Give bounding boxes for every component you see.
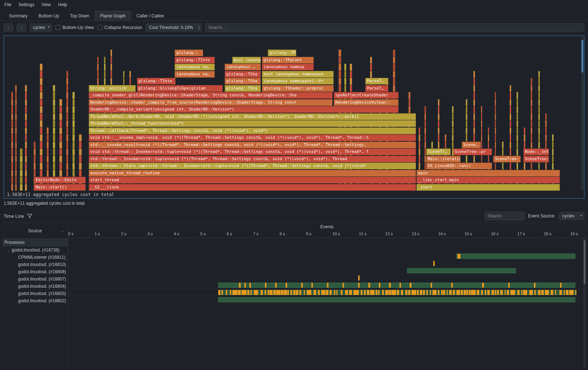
flame-frame[interactable]	[59, 156, 62, 163]
flame-frame[interactable]	[452, 113, 454, 120]
flame-frame[interactable]	[495, 92, 497, 99]
process-row[interactable]: CPMMListener (#16811)	[2, 254, 68, 261]
flame-frame[interactable]	[495, 149, 497, 155]
flame-frame[interactable]	[495, 128, 497, 134]
flame-frame[interactable]: std::thread::_Invoker<std::tuple<void (*…	[89, 156, 416, 162]
flame-frame[interactable]	[488, 142, 490, 149]
flame-frame[interactable]	[517, 99, 518, 106]
flame-frame[interactable]	[15, 113, 17, 120]
flame-frame[interactable]: void std::thread::_Invoker<std::tuple<vo…	[89, 149, 416, 155]
flame-frame[interactable]	[25, 134, 27, 141]
flame-frame[interactable]	[66, 113, 69, 120]
flame-frame[interactable]	[419, 134, 421, 141]
flame-frame[interactable]	[129, 78, 131, 85]
flame-frame[interactable]	[73, 142, 75, 149]
flame-frame[interactable]	[495, 99, 497, 106]
flame-frame[interactable]: glslang::TP	[268, 50, 297, 56]
flame-frame[interactable]	[129, 71, 131, 78]
flame-frame[interactable]	[517, 113, 518, 120]
flame-frame[interactable]	[473, 156, 475, 163]
flame-frame[interactable]	[66, 71, 69, 78]
flame-frame[interactable]	[66, 78, 69, 85]
flame-frame[interactable]	[538, 71, 540, 78]
flame-frame[interactable]	[53, 113, 55, 120]
flame-frame[interactable]	[425, 106, 426, 113]
flame-frame[interactable]	[15, 170, 17, 177]
flame-frame[interactable]	[15, 106, 17, 113]
timeline-track[interactable]	[68, 253, 586, 260]
flame-frame[interactable]	[53, 99, 55, 106]
flame-frame[interactable]: _compile_shader_glsl(RenderingDevice::Sh…	[89, 92, 333, 99]
flame-frame[interactable]	[59, 163, 62, 170]
filter-icon[interactable]	[27, 213, 32, 219]
flame-frame[interactable]	[524, 128, 526, 134]
flame-frame[interactable]: (anonymous …	[225, 64, 261, 70]
flame-search-input[interactable]: Search...	[205, 23, 584, 32]
flame-frame[interactable]	[524, 134, 526, 141]
flame-frame[interactable]	[552, 142, 554, 149]
flame-frame[interactable]: Node::_set	[523, 149, 549, 155]
flame-frame[interactable]	[20, 156, 23, 163]
flame-frame[interactable]	[531, 106, 533, 113]
flame-frame[interactable]	[79, 134, 82, 141]
flame-frame[interactable]	[40, 170, 43, 177]
flame-frame[interactable]: void std::__invoke_impl<void, void (*)(T…	[89, 134, 416, 141]
flame-frame[interactable]	[53, 92, 55, 99]
flame-frame[interactable]	[104, 71, 106, 78]
flame-frame[interactable]: __GI___clone	[89, 184, 416, 191]
timeline-scrollbar[interactable]	[583, 239, 586, 368]
timeline-canvas[interactable]: Events 0 s1 s2 s3 s4 s5 s6 s7 s8 s9 s10 …	[68, 223, 586, 368]
tab-summary[interactable]: Summary	[4, 11, 33, 21]
flame-frame[interactable]: EditorNode::Edito	[34, 177, 86, 183]
flame-frame[interactable]	[517, 149, 518, 155]
flame-frame[interactable]	[97, 71, 99, 78]
flame-frame[interactable]	[393, 85, 395, 92]
flame-frame[interactable]	[517, 92, 518, 99]
flame-frame[interactable]: std::thread::_State_impl<std::thread::_I…	[89, 163, 416, 169]
flame-frame[interactable]	[531, 99, 533, 106]
flame-frame[interactable]	[481, 113, 483, 120]
flame-frame[interactable]	[66, 170, 69, 177]
flame-frame[interactable]	[545, 134, 547, 141]
flame-frame[interactable]	[20, 163, 23, 170]
flame-frame[interactable]	[25, 142, 27, 149]
flame-frame[interactable]	[419, 142, 421, 149]
flame-frame[interactable]	[393, 57, 395, 64]
flame-frame[interactable]	[73, 170, 75, 177]
flame-frame[interactable]	[59, 106, 62, 113]
flame-frame[interactable]	[538, 142, 540, 149]
tab-top-down[interactable]: Top Down	[65, 11, 95, 21]
flame-frame[interactable]: glslang::	[175, 50, 203, 56]
flame-frame[interactable]	[47, 149, 49, 155]
flame-frame[interactable]	[11, 128, 13, 134]
timeline-track[interactable]	[68, 296, 586, 303]
flame-frame[interactable]	[53, 163, 55, 170]
flame-frame[interactable]	[350, 78, 352, 85]
flame-frame[interactable]	[425, 134, 426, 141]
flame-frame[interactable]	[538, 78, 540, 85]
flame-frame[interactable]	[488, 134, 490, 141]
flame-frame[interactable]	[538, 92, 540, 99]
flame-frame[interactable]	[34, 163, 36, 170]
flame-frame[interactable]	[66, 120, 69, 127]
flame-frame[interactable]	[79, 170, 82, 177]
flame-frame[interactable]: RenderingDevice::shader_compile_from_sou…	[89, 99, 333, 106]
flame-frame[interactable]	[11, 113, 13, 120]
flame-frame[interactable]	[438, 106, 440, 113]
flame-frame[interactable]	[66, 149, 69, 155]
flame-frame[interactable]	[79, 142, 82, 149]
flame-frame[interactable]	[531, 128, 533, 134]
flame-frame[interactable]	[488, 128, 490, 134]
flame-frame[interactable]	[339, 85, 341, 92]
flame-frame[interactable]	[452, 142, 454, 149]
flame-frame[interactable]	[350, 64, 352, 71]
flame-frame[interactable]	[40, 120, 43, 127]
flame-frame[interactable]	[545, 120, 547, 127]
flame-frame[interactable]: glslang::TPpCont	[262, 57, 314, 63]
flame-frame[interactable]: std::__invoke_result<void (*)(Thread*, T…	[89, 142, 416, 148]
flame-frame[interactable]: (anonymous na…	[175, 71, 215, 78]
flame-frame[interactable]	[481, 142, 483, 149]
flame-frame[interactable]	[73, 106, 75, 113]
event-source-select[interactable]: cycles	[559, 212, 584, 220]
flame-frame[interactable]	[495, 142, 497, 149]
